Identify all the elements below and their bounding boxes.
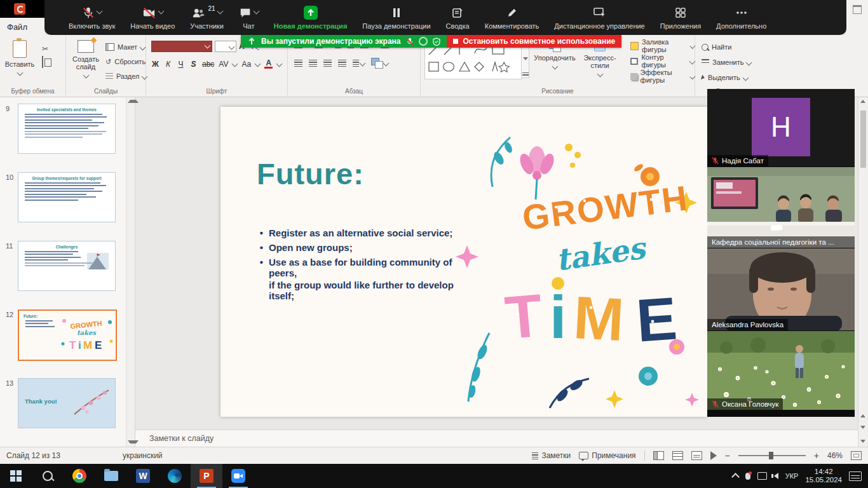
annotate-button[interactable]: Комментировать — [477, 0, 547, 35]
underline-button[interactable]: Ч — [177, 60, 185, 69]
zoom-slider-thumb[interactable] — [769, 452, 773, 459]
more-button[interactable]: Дополнительно — [709, 0, 774, 35]
view-normal-button[interactable] — [653, 451, 664, 460]
justify-button[interactable] — [338, 60, 346, 67]
font-color-button[interactable]: А — [264, 59, 273, 69]
proofing-language[interactable]: украинский — [123, 451, 163, 460]
text-shadow-button[interactable]: S — [189, 60, 198, 69]
columns-button[interactable] — [353, 60, 365, 67]
replace-chevron[interactable] — [746, 59, 752, 65]
participant-tile-1[interactable]: Н Надія Сабат — [707, 89, 855, 166]
columns-chevron[interactable] — [360, 60, 366, 66]
start-video-button[interactable]: Начать видео — [123, 0, 182, 35]
remote-control-button[interactable]: Дистанционное управление — [546, 0, 652, 35]
taskbar-explorer-button[interactable] — [95, 464, 127, 488]
previous-slide-icon[interactable] — [860, 414, 865, 417]
tray-network-icon[interactable] — [757, 472, 767, 480]
replace-button[interactable]: Заменить — [702, 57, 751, 68]
font-name-combobox[interactable] — [151, 41, 212, 52]
participants-button[interactable]: 21 Участники — [182, 0, 231, 35]
chat-chevron[interactable] — [253, 8, 259, 15]
paste-chevron[interactable] — [17, 70, 23, 76]
tab-file[interactable]: Файл — [0, 18, 44, 35]
pause-share-button[interactable]: Пауза демонстрации — [355, 0, 438, 35]
quick-styles-chevron[interactable] — [597, 71, 603, 78]
align-right-button[interactable] — [323, 60, 332, 67]
smartart-chevron[interactable] — [383, 60, 390, 66]
paste-button[interactable]: Вставить — [5, 40, 34, 75]
find-button[interactable]: Найти — [702, 41, 731, 53]
taskbar-clock[interactable]: 14:42 15.05.2024 — [805, 468, 842, 484]
view-reading-button[interactable] — [691, 451, 702, 460]
apps-button[interactable]: Приложения — [653, 0, 709, 35]
zoom-in-button[interactable]: + — [814, 451, 819, 461]
cut-button[interactable]: ✂ — [42, 43, 48, 54]
zoom-slider[interactable] — [738, 455, 806, 456]
taskbar-powerpoint-button[interactable]: P — [191, 464, 222, 488]
current-slide[interactable]: Future: • Register as an alternative soc… — [220, 107, 707, 417]
thumbnail-slide-13[interactable]: 13 Thank you! — [18, 378, 117, 428]
summary-button[interactable]: Сводка — [438, 0, 477, 35]
zoom-out-button[interactable]: − — [725, 451, 730, 461]
chat-button[interactable]: Чат — [231, 0, 266, 35]
new-slide-chevron[interactable] — [83, 72, 89, 79]
view-slideshow-button[interactable] — [710, 451, 717, 460]
strikethrough-button[interactable]: abc — [202, 60, 214, 69]
action-center-icon[interactable] — [849, 471, 862, 481]
comments-toggle-button[interactable]: Примечания — [579, 451, 635, 460]
thumbnail-slide-12-selected[interactable]: 12 Future: GROWTH takes T i M E — [18, 309, 117, 361]
italic-button[interactable]: К — [164, 60, 172, 69]
next-slide-icon[interactable] — [860, 426, 865, 429]
copy-button[interactable] — [42, 57, 43, 68]
section-button[interactable]: Раздел — [105, 71, 147, 82]
character-spacing-button[interactable]: AV — [219, 60, 228, 69]
font-size-chevron[interactable] — [229, 43, 235, 50]
shape-effects-button[interactable]: Эффекты фигуры — [630, 71, 695, 82]
tray-expand-chevron[interactable] — [731, 473, 740, 481]
mic-options-chevron[interactable] — [97, 8, 103, 15]
taskbar-word-button[interactable]: W — [127, 464, 159, 488]
participant-tile-4[interactable]: Оксана Головчук — [707, 331, 855, 410]
fit-to-window-button[interactable] — [851, 451, 862, 460]
smartart-convert-button[interactable] — [371, 58, 388, 68]
video-options-chevron[interactable] — [158, 8, 164, 15]
view-slide-sorter-button[interactable] — [672, 451, 683, 460]
taskbar-chrome-button[interactable] — [64, 464, 95, 488]
thumbnail-slide-10[interactable]: 10 Group themes/requests for support — [18, 172, 117, 222]
participant-tile-2[interactable]: Кафедра соціальної педагогіки та ... — [707, 167, 855, 248]
taskbar-search-button[interactable] — [32, 464, 64, 488]
layout-button[interactable]: Макет — [105, 41, 145, 53]
select-chevron[interactable] — [742, 74, 749, 81]
align-left-button[interactable] — [294, 60, 302, 67]
taskbar-zoom-button[interactable] — [222, 464, 254, 488]
shape-fill-button[interactable]: Заливка фигуры — [630, 40, 695, 51]
scrollbar-thumb[interactable] — [860, 111, 866, 168]
align-center-button[interactable] — [309, 60, 317, 67]
tray-mic-muted-icon[interactable] — [745, 473, 750, 480]
new-share-button[interactable]: Новая демонстрация — [266, 0, 355, 35]
thumbnail-slide-11[interactable]: 11 Challenges — [18, 241, 117, 291]
unmute-button[interactable]: Включить звук — [61, 0, 123, 35]
start-button[interactable] — [0, 464, 32, 488]
notes-toggle-button[interactable]: Заметки — [532, 451, 571, 460]
thumbnail-slide-9[interactable]: 9 Invited specialists and themes — [18, 104, 117, 154]
thumbnails-scrollbar[interactable] — [126, 97, 135, 447]
stop-share-button[interactable]: Остановить совместное использование — [447, 35, 622, 48]
zoom-percentage[interactable]: 46% — [827, 451, 843, 460]
participant-tile-3-active-speaker[interactable]: Aleksandra Pavlovska — [707, 248, 855, 330]
select-button[interactable]: Выделить — [702, 72, 748, 83]
shape-outline-button[interactable]: Контур фигуры — [630, 55, 695, 67]
arrange-chevron[interactable] — [552, 64, 558, 70]
layout-chevron[interactable] — [140, 44, 146, 50]
font-size-combobox[interactable] — [215, 41, 236, 52]
participants-chevron[interactable] — [217, 8, 223, 15]
font-color-chevron[interactable] — [276, 61, 283, 67]
case-chevron[interactable] — [255, 61, 261, 67]
tray-speaker-icon[interactable] — [774, 473, 778, 479]
change-case-button[interactable]: Аа — [241, 60, 251, 69]
keyboard-language[interactable]: УКР — [785, 472, 799, 480]
font-name-chevron[interactable] — [205, 42, 211, 48]
ribbon-options-button[interactable] — [846, 0, 868, 35]
slide-area-scrollbar[interactable] — [858, 97, 868, 447]
new-slide-button[interactable]: Создать слайд — [69, 40, 103, 78]
